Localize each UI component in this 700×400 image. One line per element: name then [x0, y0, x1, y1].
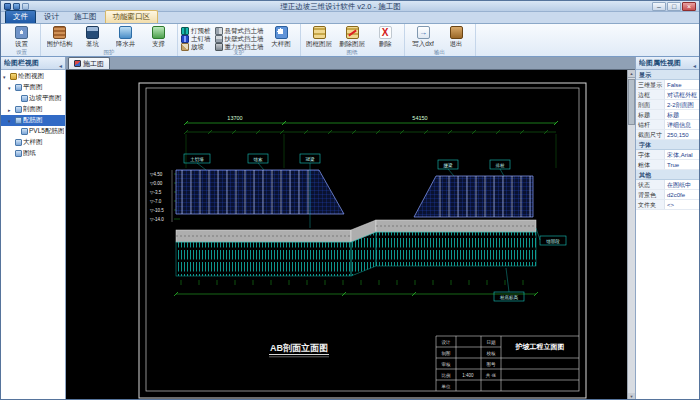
callout-text: 锚固段: [545, 239, 560, 244]
ribbon-group-label: 支护: [178, 48, 300, 56]
close-button[interactable]: ×: [682, 2, 696, 11]
enclosure-structure-button[interactable]: 围护结构: [44, 25, 75, 47]
exit-icon: [450, 26, 463, 39]
scroll-up-icon[interactable]: [628, 70, 635, 78]
frame-layer-button[interactable]: 图框图层: [304, 25, 335, 47]
ribbon-group-settings: 设置 设置: [3, 24, 41, 56]
undo-icon[interactable]: [22, 3, 29, 10]
detail-drawing-button[interactable]: 大样图: [266, 25, 297, 47]
titleblock-cell: 日期: [487, 340, 497, 345]
tree-item-rebar-view[interactable]: 配筋图: [1, 115, 65, 126]
cad-drawing-canvas[interactable]: 13700 54150 ▽4.50 ▽0.00 ▽-3.5 ▽-7.0 ▽-10…: [66, 70, 627, 400]
property-row[interactable]: 文件夹 <>: [636, 200, 699, 210]
gear-icon: [15, 26, 28, 39]
property-row[interactable]: 截面尺寸 250,150: [636, 130, 699, 140]
layers-icon: [313, 26, 326, 39]
main-area: 绘图栏视图 绘图视图 平面图 边坡平面图: [1, 57, 699, 400]
property-value[interactable]: 250,150: [665, 130, 699, 139]
property-value[interactable]: True: [665, 160, 699, 169]
property-row[interactable]: 状态 在图纸中: [636, 180, 699, 190]
property-row[interactable]: 背景色 d2c0fe: [636, 190, 699, 200]
settings-button[interactable]: 设置: [6, 25, 37, 47]
pit-icon: [86, 26, 99, 39]
export-icon: [417, 26, 430, 39]
soil-nail-wall-button[interactable]: 土钉墙: [181, 35, 211, 43]
ribbon-tab-row: 文件 设计 施工图 功能窗口区: [1, 12, 699, 24]
delete-button[interactable]: 删除: [370, 25, 401, 47]
minimize-button[interactable]: –: [652, 2, 666, 11]
folder-icon: [10, 73, 17, 80]
property-value[interactable]: 详细信息: [665, 120, 699, 129]
titleblock-cell: 图号: [487, 362, 497, 367]
buttress-wall-button[interactable]: 扶壁式挡土墙: [215, 35, 264, 43]
property-value[interactable]: 对话框外框: [665, 90, 699, 99]
property-row[interactable]: 标题 标题: [636, 110, 699, 120]
tab-design[interactable]: 设计: [37, 11, 66, 23]
property-value[interactable]: 宋体,Arial: [665, 150, 699, 159]
property-row[interactable]: 三维显示 False: [636, 80, 699, 90]
property-row[interactable]: 粗体 True: [636, 160, 699, 170]
property-name: 文件夹: [636, 200, 665, 209]
blue-hatched-walls: [176, 170, 533, 217]
titleblock-cell: 审核: [442, 362, 452, 367]
property-name: 边框: [636, 90, 665, 99]
app-icon[interactable]: [4, 3, 11, 10]
vertical-scrollbar[interactable]: [627, 70, 635, 400]
property-value[interactable]: 标题: [665, 110, 699, 119]
property-section-header[interactable]: 字体: [636, 140, 699, 150]
property-value[interactable]: d2c0fe: [665, 190, 699, 199]
titleblock-cell: 比例: [442, 373, 452, 379]
property-value[interactable]: False: [665, 80, 699, 89]
app-window: 理正边坡三维设计软件 v2.0 - 施工图 – □ × 文件 设计 施工图 功能…: [0, 0, 700, 400]
excavation-pit-button[interactable]: 基坑: [77, 25, 108, 47]
tab-file[interactable]: 文件: [5, 10, 36, 23]
drawing-viewport[interactable]: 13700 54150 ▽4.50 ▽0.00 ▽-3.5 ▽-7.0 ▽-10…: [66, 70, 627, 400]
tab-construction-drawing[interactable]: 施工图: [67, 11, 104, 23]
tree-item-slope-plan[interactable]: 边坡平面图: [1, 93, 65, 104]
property-value[interactable]: 2-2剖面图: [665, 100, 699, 109]
bracing-button[interactable]: 支撑: [143, 25, 174, 47]
save-icon[interactable]: [13, 3, 20, 10]
property-row[interactable]: 边框 对话框外框: [636, 90, 699, 100]
dewatering-well-button[interactable]: 降水井: [110, 25, 141, 47]
window-controls: – □ ×: [652, 2, 696, 11]
exit-button[interactable]: 退出: [441, 25, 472, 47]
property-value[interactable]: 在图纸中: [665, 180, 699, 189]
property-row[interactable]: 剖面 2-2剖面图: [636, 100, 699, 110]
tree-item-sheets[interactable]: 图纸: [1, 148, 65, 159]
cantilever-wall-button[interactable]: 悬臂式挡土墙: [215, 27, 264, 35]
doc-tab-label: 施工图: [83, 59, 104, 69]
expand-arrow-icon[interactable]: [3, 74, 9, 80]
elevation-text: ▽-10.5: [150, 208, 164, 213]
export-dxf-button[interactable]: 写入dxf: [408, 25, 439, 47]
callout-text: 锚索: [253, 157, 264, 162]
doc-tab-construction-drawing[interactable]: 施工图: [68, 57, 110, 69]
tree-item-drawing-views[interactable]: 绘图视图: [1, 71, 65, 82]
dim-text: 13700: [227, 115, 242, 121]
property-name: 三维显示: [636, 80, 665, 89]
layer-delete-icon: [346, 26, 359, 39]
titleblock-cell: 共 张: [486, 373, 497, 378]
tree-item-plan-view[interactable]: 平面图: [1, 82, 65, 93]
scroll-down-icon[interactable]: [628, 393, 635, 400]
expand-arrow-icon[interactable]: [8, 118, 14, 124]
tree-item-section-view[interactable]: 剖面图: [1, 104, 65, 115]
delete-layer-button[interactable]: 删除图层: [337, 25, 368, 47]
property-row[interactable]: 锚杆 详细信息: [636, 120, 699, 130]
expand-arrow-icon[interactable]: [8, 85, 14, 91]
well-icon: [119, 26, 132, 39]
expand-arrow-icon[interactable]: [8, 107, 14, 113]
tree-item-detail-view[interactable]: 大样图: [1, 137, 65, 148]
property-row[interactable]: 字体 宋体,Arial: [636, 150, 699, 160]
property-section-header[interactable]: 显示: [636, 70, 699, 80]
property-section-header[interactable]: 其他: [636, 170, 699, 180]
tab-function-window[interactable]: 功能窗口区: [105, 10, 159, 23]
precast-pile-button[interactable]: 打预桩: [181, 27, 211, 35]
ribbon-group-support: 打预桩 土钉墙 放坡 悬臂式挡土墙 扶壁式挡土墙: [178, 24, 301, 56]
scrollbar-thumb[interactable]: [628, 79, 635, 125]
maximize-button[interactable]: □: [667, 2, 681, 11]
property-grid: 显示 三维显示 False 边框 对话框外框 剖面 2-2剖面图 标题 标题: [636, 70, 699, 400]
scrollbar-track[interactable]: [628, 126, 635, 393]
property-value[interactable]: <>: [665, 200, 699, 209]
tree-item-pvl5-rebar[interactable]: PVL5配筋图: [1, 126, 65, 137]
